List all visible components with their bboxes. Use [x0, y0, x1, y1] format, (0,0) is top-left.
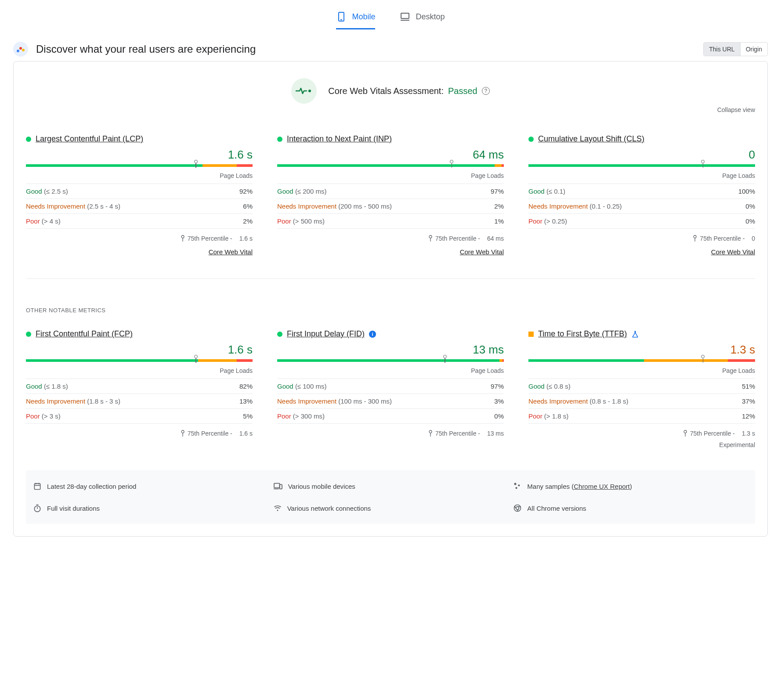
distribution-table: Good (≤ 200 ms)97% Needs Improvement (20… — [277, 184, 504, 229]
pulse-icon — [291, 78, 317, 104]
percentile-marker-icon — [701, 355, 705, 363]
percentile-pin-icon — [693, 235, 697, 242]
page-loads-label: Page Loads — [26, 172, 253, 179]
tab-mobile[interactable]: Mobile — [336, 4, 375, 29]
percentile-marker-icon — [701, 160, 705, 168]
stopwatch-icon — [33, 504, 42, 512]
percentile-pin-icon — [683, 430, 687, 437]
ni-pct: 6% — [243, 202, 253, 210]
distribution-bar — [528, 359, 755, 362]
poor-pct: 2% — [243, 217, 253, 225]
metric-value: 13 ms — [277, 343, 504, 357]
percentile-pin-icon — [428, 235, 433, 242]
svg-rect-26 — [279, 484, 282, 489]
flask-icon[interactable] — [631, 330, 639, 338]
svg-point-14 — [181, 430, 184, 433]
distribution-bar — [277, 164, 504, 167]
svg-point-33 — [277, 510, 278, 511]
p75-row: 75th Percentile - 1.6 s — [26, 430, 253, 437]
status-indicator — [26, 137, 31, 142]
metric-title[interactable]: First Contentful Paint (FCP) — [36, 329, 133, 339]
devices-icon — [273, 482, 283, 490]
percentile-pin-icon — [181, 235, 185, 242]
other-metrics-grid: First Contentful Paint (FCP) 1.6 s Page … — [26, 329, 755, 448]
good-label: Good — [26, 188, 42, 195]
page-loads-label: Page Loads — [528, 172, 755, 179]
distribution-table: Good (≤ 2.5 s)92% Needs Improvement (2.5… — [26, 184, 253, 229]
collapse-view-link[interactable]: Collapse view — [26, 106, 755, 113]
svg-point-7 — [308, 90, 311, 92]
p75-row: 75th Percentile - 0 — [528, 235, 755, 242]
help-icon[interactable]: ? — [482, 87, 490, 95]
p75-row: 75th Percentile - 64 ms — [277, 235, 504, 242]
toggle-this-url[interactable]: This URL — [704, 43, 740, 56]
crux-report-link[interactable]: Chrome UX Report — [574, 483, 630, 490]
percentile-pin-icon — [428, 430, 433, 437]
footer-devices: Various mobile devices — [273, 480, 508, 497]
metric-value: 1.6 s — [26, 343, 253, 357]
status-indicator — [277, 137, 282, 142]
status-indicator — [528, 332, 534, 337]
wifi-icon — [273, 504, 282, 512]
field-data-panel: Core Web Vitals Assessment: Passed ? Col… — [13, 61, 768, 537]
svg-rect-20 — [34, 484, 40, 489]
tab-desktop[interactable]: Desktop — [400, 4, 445, 29]
toggle-origin[interactable]: Origin — [741, 43, 767, 56]
metric-title[interactable]: Interaction to Next Paint (INP) — [287, 134, 392, 144]
device-tabs: Mobile Desktop — [13, 0, 768, 29]
percentile-pin-icon — [181, 430, 185, 437]
assessment-label: Core Web Vitals Assessment: — [328, 86, 444, 96]
core-web-vital-link[interactable]: Core Web Vital — [528, 248, 755, 256]
ni-label: Needs Improvement — [26, 202, 85, 210]
footer-versions: All Chrome versions — [513, 502, 748, 519]
metric-title[interactable]: Largest Contentful Paint (LCP) — [36, 134, 143, 144]
metric-title[interactable]: Cumulative Layout Shift (CLS) — [538, 134, 644, 144]
metric-card-ttfb: Time to First Byte (TTFB) 1.3 s Page Loa… — [528, 329, 755, 448]
crux-icon — [13, 42, 28, 57]
poor-label: Poor — [26, 217, 40, 225]
core-vitals-grid: Largest Contentful Paint (LCP) 1.6 s Pag… — [26, 134, 755, 256]
footer-durations: Full visit durations — [33, 502, 268, 519]
status-indicator — [528, 137, 534, 142]
metric-card-lcp: Largest Contentful Paint (LCP) 1.6 s Pag… — [26, 134, 253, 256]
data-source-footer: Latest 28-day collection period Various … — [26, 470, 755, 524]
metric-value: 1.6 s — [26, 148, 253, 162]
metric-card-inp: Interaction to Next Paint (INP) 64 ms Pa… — [277, 134, 504, 256]
core-web-vital-link[interactable]: Core Web Vital — [26, 248, 253, 256]
p75-row: 75th Percentile - 1.3 s — [528, 430, 755, 437]
assessment-row: Core Web Vitals Assessment: Passed ? — [26, 78, 755, 104]
footer-samples: Many samples (Chrome UX Report) — [513, 480, 748, 497]
core-web-vital-link[interactable]: Core Web Vital — [277, 248, 504, 256]
page-loads-label: Page Loads — [528, 367, 755, 374]
status-indicator — [26, 332, 31, 337]
svg-point-8 — [181, 235, 184, 238]
page-title: Discover what your real users are experi… — [36, 43, 256, 55]
svg-point-16 — [429, 430, 432, 433]
distribution-bar — [26, 359, 253, 362]
metric-value: 1.3 s — [528, 343, 755, 357]
distribution-table: Good (≤ 1.8 s)82% Needs Improvement (1.8… — [26, 379, 253, 424]
svg-point-5 — [19, 47, 22, 50]
url-origin-toggle: This URL Origin — [703, 42, 768, 56]
good-pct: 92% — [239, 188, 253, 195]
svg-point-28 — [518, 484, 520, 486]
good-range: (≤ 2.5 s) — [44, 188, 68, 195]
page-loads-label: Page Loads — [26, 367, 253, 374]
page-loads-label: Page Loads — [277, 367, 504, 374]
distribution-table: Good (≤ 0.1)100% Needs Improvement (0.1 … — [528, 184, 755, 229]
info-icon[interactable]: i — [369, 331, 376, 338]
svg-point-27 — [514, 483, 517, 485]
metric-title[interactable]: First Input Delay (FID) — [287, 329, 365, 339]
mobile-icon — [336, 11, 347, 22]
chrome-icon — [513, 504, 522, 512]
distribution-bar — [26, 164, 253, 167]
metric-value: 64 ms — [277, 148, 504, 162]
percentile-marker-icon — [450, 160, 453, 168]
distribution-table: Good (≤ 0.8 s)51% Needs Improvement (0.8… — [528, 379, 755, 424]
percentile-marker-icon — [443, 355, 447, 363]
metric-title[interactable]: Time to First Byte (TTFB) — [538, 329, 627, 339]
scatter-icon — [513, 482, 522, 491]
svg-point-4 — [17, 50, 19, 52]
svg-rect-2 — [401, 13, 409, 18]
svg-rect-24 — [274, 484, 280, 488]
